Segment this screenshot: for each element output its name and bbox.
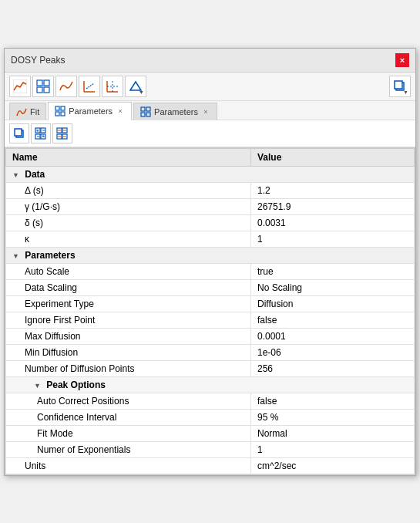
layout-icon-btn[interactable]	[102, 76, 123, 97]
row-kappa-value: 1	[251, 231, 415, 247]
table-row: Δ (s) 1.2	[6, 182, 415, 198]
chart-line-icon	[13, 79, 27, 93]
table-row: Auto Scale true	[6, 263, 415, 279]
svg-rect-1	[37, 80, 42, 86]
svg-rect-18	[55, 112, 59, 116]
row-delta-name: Δ (s)	[6, 182, 251, 198]
section-parameters: ▼ Parameters	[6, 247, 415, 263]
expand-icon	[35, 127, 47, 140]
row-maxdiff-name: Max Diffusion	[6, 328, 251, 344]
collapse-all-btn[interactable]	[52, 123, 72, 143]
dropdown-arrow2: ▼	[403, 89, 408, 95]
grid-icon-btn[interactable]	[32, 76, 54, 97]
collapse-icon	[56, 127, 69, 140]
copy-icon	[13, 127, 25, 140]
row-delta-s-value: 0.0031	[251, 214, 415, 231]
row-confidence-value: 95 %	[251, 409, 415, 425]
table-row: Number of Diffusion Points 256	[6, 360, 415, 376]
row-numexp-value: 1	[251, 441, 415, 457]
row-autocorrect-name: Auto Correct Positions	[6, 393, 251, 409]
table-row: Auto Correct Positions false	[6, 393, 415, 409]
close-button[interactable]: ×	[395, 53, 409, 67]
section-parameters-triangle: ▼	[12, 252, 19, 260]
row-exptype-name: Experiment Type	[6, 295, 251, 312]
svg-rect-17	[61, 106, 65, 110]
copy-window-btn[interactable]: ▼	[389, 76, 411, 97]
row-autoscale-value: true	[251, 263, 415, 279]
dropdown-arrow: ▼	[139, 89, 144, 95]
chart-icon-btn[interactable]	[9, 76, 31, 97]
main-window: DOSY Peaks ×	[4, 48, 416, 476]
row-ignorefirst-value: false	[251, 312, 415, 328]
tab-parameters2[interactable]: Parameters ×	[133, 103, 217, 120]
row-ignorefirst-name: Ignore First Point	[6, 312, 251, 328]
row-gamma-name: γ (1/G·s)	[6, 198, 251, 214]
svg-rect-15	[395, 81, 402, 89]
tab-parameters-close[interactable]: ×	[116, 106, 125, 116]
axis-icon-btn[interactable]	[79, 76, 100, 97]
col-name-header: Name	[6, 148, 251, 166]
table-row: Max Diffusion 0.0001	[6, 328, 415, 344]
svg-rect-23	[146, 113, 150, 116]
axis-icon	[82, 79, 96, 93]
table-row: Units cm^2/sec	[6, 457, 415, 474]
svg-rect-19	[61, 112, 65, 116]
table-row: Fit Mode Normal	[6, 425, 415, 441]
table-row: δ (s) 0.0031	[6, 214, 415, 231]
row-autocorrect-value: false	[251, 393, 415, 409]
svg-rect-2	[44, 80, 49, 86]
section-peak-options-label: ▼ Peak Options	[6, 376, 415, 393]
main-toolbar: ▼ ▼	[5, 73, 415, 101]
section-data-label: ▼ Data	[6, 166, 415, 182]
svg-rect-22	[141, 113, 145, 116]
sub-toolbar	[5, 120, 415, 147]
section-data-triangle: ▼	[12, 171, 19, 179]
section-peak-options: ▼ Peak Options	[6, 376, 415, 393]
row-gamma-value: 26751.9	[251, 198, 415, 214]
table-row: Min Diffusion 1e-06	[6, 344, 415, 360]
titlebar: DOSY Peaks ×	[5, 49, 415, 73]
copy-sub-btn[interactable]	[9, 123, 29, 143]
table-row: γ (1/G·s) 26751.9	[6, 198, 415, 214]
section-peak-triangle: ▼	[34, 382, 41, 390]
spectrum-icon	[59, 79, 73, 93]
expand-all-btn[interactable]	[31, 123, 51, 143]
tab-parameters2-close[interactable]: ×	[201, 107, 210, 116]
row-numdiffpoints-value: 256	[251, 360, 415, 376]
params-table-container: Name Value ▼ Data Δ (s) 1.2 γ (1/G·s)	[5, 147, 415, 475]
row-autoscale-name: Auto Scale	[6, 263, 251, 279]
svg-rect-16	[55, 106, 59, 110]
svg-rect-25	[15, 129, 22, 136]
section-data: ▼ Data	[6, 166, 415, 182]
svg-line-7	[86, 83, 94, 89]
svg-rect-20	[141, 107, 145, 111]
params-icon2	[140, 106, 151, 117]
table-row: Confidence Interval 95 %	[6, 409, 415, 425]
fit-icon	[16, 106, 27, 117]
row-delta-s-name: δ (s)	[6, 214, 251, 231]
spectrum-icon-btn[interactable]	[55, 76, 77, 97]
svg-rect-21	[146, 107, 150, 111]
row-exptype-value: Diffusion	[251, 295, 415, 312]
row-fitmode-value: Normal	[251, 425, 415, 441]
tab-fit-label: Fit	[30, 107, 39, 116]
window-title: DOSY Peaks	[11, 55, 65, 66]
row-delta-value: 1.2	[251, 182, 415, 198]
tab-fit[interactable]: Fit	[9, 103, 46, 120]
table-row: Experiment Type Diffusion	[6, 295, 415, 312]
params-table: Name Value ▼ Data Δ (s) 1.2 γ (1/G·s)	[5, 148, 415, 474]
svg-rect-3	[37, 87, 42, 93]
row-numdiffpoints-name: Number of Diffusion Points	[6, 360, 251, 376]
table-row: Numer of Exponentials 1	[6, 441, 415, 457]
row-datascaling-name: Data Scaling	[6, 279, 251, 295]
row-fitmode-name: Fit Mode	[6, 425, 251, 441]
table-row: κ 1	[6, 231, 415, 247]
row-numexp-name: Numer of Exponentials	[6, 441, 251, 457]
row-mindiff-name: Min Diffusion	[6, 344, 251, 360]
row-confidence-name: Confidence Interval	[6, 409, 251, 425]
section-parameters-label: ▼ Parameters	[6, 247, 415, 263]
display-icon-btn[interactable]: ▼	[125, 76, 146, 97]
row-mindiff-value: 1e-06	[251, 344, 415, 360]
tab-parameters-active[interactable]: Parameters ×	[48, 102, 132, 120]
tab-parameters2-label: Parameters	[154, 107, 198, 116]
